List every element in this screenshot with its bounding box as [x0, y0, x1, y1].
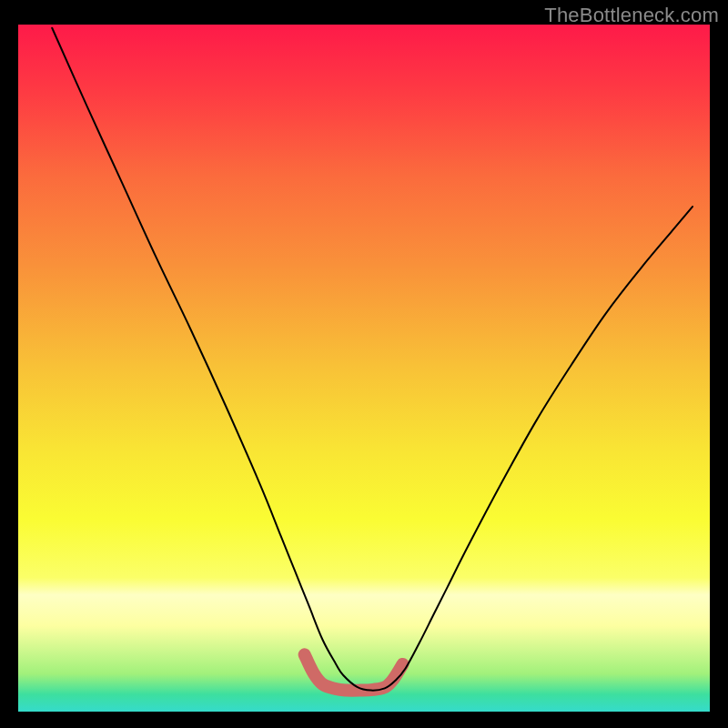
- bottleneck-chart: [0, 0, 728, 728]
- chart-stage: TheBottleneck.com: [0, 0, 728, 728]
- watermark-text: TheBottleneck.com: [544, 4, 719, 27]
- plot-background: [18, 25, 710, 712]
